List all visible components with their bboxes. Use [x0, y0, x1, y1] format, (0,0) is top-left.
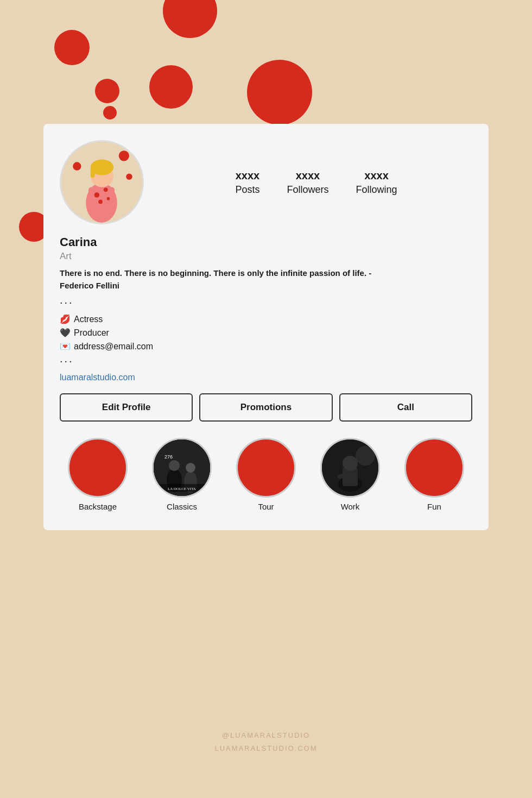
followers-label: Followers	[287, 184, 328, 195]
bg-circle-6	[103, 106, 117, 120]
stat-followers: xxxx Followers	[287, 169, 328, 196]
profile-details: 💋 Actress 🖤 Producer 💌 address@email.com	[60, 314, 472, 351]
action-buttons: Edit Profile Promotions Call	[60, 393, 472, 422]
actress-emoji: 💋	[60, 314, 71, 324]
detail-producer: 🖤 Producer	[60, 328, 472, 338]
call-button[interactable]: Call	[339, 393, 472, 422]
svg-point-7	[104, 187, 108, 192]
detail-email: 💌 address@email.com	[60, 341, 472, 351]
stats-container: xxxx Posts xxxx Followers xxxx Following	[160, 169, 472, 196]
story-label-backstage: Backstage	[79, 502, 117, 511]
svg-point-8	[98, 200, 103, 204]
story-circle-work[interactable]	[320, 438, 380, 498]
story-circle-tour[interactable]	[236, 438, 296, 498]
posts-count: xxxx	[235, 169, 259, 182]
story-label-tour: Tour	[258, 502, 274, 511]
svg-point-6	[94, 192, 100, 198]
bg-circle-5	[247, 60, 312, 125]
avatar	[60, 140, 144, 224]
svg-point-12	[126, 174, 132, 180]
edit-profile-button[interactable]: Edit Profile	[60, 393, 193, 422]
producer-emoji: 🖤	[60, 328, 71, 338]
svg-text:LA DOLCE VITA: LA DOLCE VITA	[168, 487, 196, 491]
footer: @LUAMARALSTUDIO LUAMARALSTUDIO.COM	[0, 729, 532, 755]
followers-count: xxxx	[287, 169, 328, 182]
profile-website[interactable]: luamaralstudio.com	[60, 373, 472, 382]
story-classics[interactable]: LA DOLCE VITA 276 Classics	[144, 438, 220, 511]
story-backstage[interactable]: Backstage	[60, 438, 136, 511]
story-circle-fun[interactable]	[404, 438, 464, 498]
bg-circle-1	[163, 0, 217, 38]
svg-point-9	[107, 197, 110, 200]
svg-point-11	[119, 150, 129, 161]
following-count: xxxx	[356, 169, 397, 182]
dots-indicator-1: ···	[60, 296, 472, 309]
bg-circle-2	[54, 30, 90, 65]
stat-posts: xxxx Posts	[235, 169, 259, 196]
stat-following: xxxx Following	[356, 169, 397, 196]
story-circle-backstage[interactable]	[68, 438, 128, 498]
story-label-work: Work	[341, 502, 360, 511]
footer-line2: LUAMARALSTUDIO.COM	[0, 742, 532, 755]
svg-point-15	[169, 460, 180, 471]
svg-point-24	[343, 456, 358, 471]
following-label: Following	[356, 184, 397, 195]
promotions-button[interactable]: Promotions	[199, 393, 332, 422]
svg-rect-5	[91, 167, 95, 178]
posts-label: Posts	[235, 184, 259, 195]
svg-text:276: 276	[164, 454, 173, 460]
profile-header: xxxx Posts xxxx Followers xxxx Following	[60, 140, 472, 224]
story-tour[interactable]: Tour	[228, 438, 304, 511]
story-work[interactable]: Work	[312, 438, 388, 511]
producer-text: Producer	[74, 328, 109, 338]
story-circle-classics[interactable]: LA DOLCE VITA 276	[152, 438, 212, 498]
email-text: address@email.com	[74, 342, 153, 351]
email-emoji: 💌	[60, 341, 71, 351]
svg-point-17	[186, 463, 195, 473]
svg-point-10	[73, 162, 81, 170]
story-fun[interactable]: Fun	[396, 438, 472, 511]
detail-actress: 💋 Actress	[60, 314, 472, 324]
bg-circle-4	[149, 65, 193, 109]
bg-circle-3	[95, 79, 119, 103]
profile-category: Art	[60, 251, 472, 262]
profile-bio: There is no end. There is no beginning. …	[60, 267, 375, 292]
svg-point-26	[356, 446, 375, 466]
story-label-classics: Classics	[167, 502, 197, 511]
story-label-fun: Fun	[427, 502, 441, 511]
profile-name: Carina	[60, 235, 472, 249]
dots-indicator-2: ···	[60, 355, 472, 367]
footer-line1: @LUAMARALSTUDIO	[0, 729, 532, 742]
stories-container: Backstage	[60, 438, 472, 511]
actress-text: Actress	[74, 315, 103, 324]
profile-card: xxxx Posts xxxx Followers xxxx Following…	[43, 124, 489, 530]
